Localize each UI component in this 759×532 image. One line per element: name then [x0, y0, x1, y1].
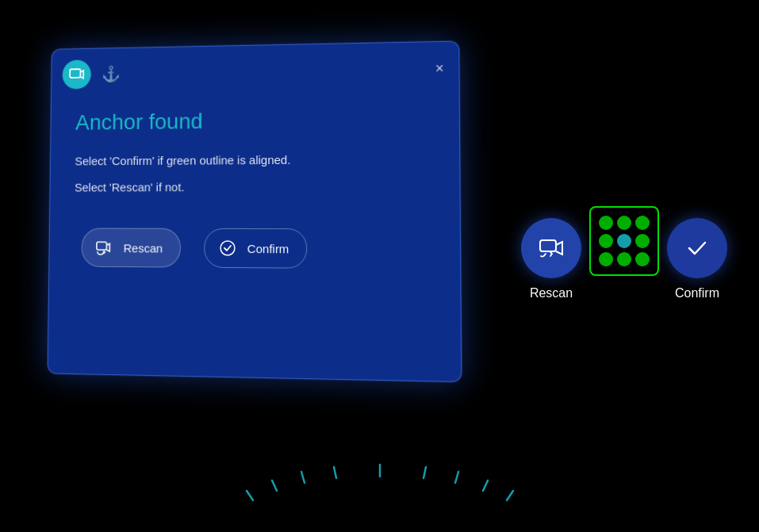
svg-rect-0: [70, 69, 80, 78]
grid-dot-9: [635, 252, 650, 266]
dialog-title: Anchor found: [75, 106, 433, 136]
svg-line-10: [455, 472, 458, 483]
anchor-grid-icon: [589, 206, 659, 276]
grid-dot-7: [599, 252, 613, 266]
rescan-label: Rescan: [530, 286, 573, 300]
svg-rect-3: [540, 240, 556, 251]
grid-dot-4: [599, 234, 613, 248]
svg-line-7: [334, 467, 336, 478]
rescan-icon: [93, 235, 116, 259]
dialog-title-bar: ⚓ ×: [52, 42, 458, 98]
grid-dot-2: [617, 216, 631, 230]
grid-dot-8: [617, 252, 631, 266]
dialog-message-1: Select 'Confirm' if green outline is ali…: [75, 150, 433, 171]
rescan-circle-button[interactable]: [521, 218, 581, 278]
dialog-buttons: Rescan Confirm: [74, 228, 434, 270]
rescan-control: Rescan: [521, 218, 581, 300]
svg-line-11: [483, 480, 488, 491]
rescan-button-dialog[interactable]: Rescan: [81, 228, 180, 268]
close-button[interactable]: ×: [435, 61, 444, 75]
dialog-body: Anchor found Select 'Confirm' if green o…: [49, 91, 460, 289]
right-controls: Rescan Confirm: [521, 206, 727, 312]
svg-line-5: [272, 480, 277, 491]
dialog-title-icons: ⚓: [62, 59, 121, 90]
confirm-check-icon: [216, 236, 240, 260]
svg-line-6: [301, 472, 305, 483]
svg-point-2: [220, 241, 235, 255]
confirm-control: Confirm: [667, 218, 727, 300]
grid-dot-center: [617, 234, 631, 248]
grid-dot-3: [635, 216, 650, 230]
grid-dot-6: [635, 234, 650, 248]
anchor-icon: ⚓: [102, 64, 121, 83]
confirm-circle-button[interactable]: [667, 218, 727, 278]
svg-line-9: [424, 467, 426, 478]
confirm-label: Confirm: [675, 286, 719, 300]
app-icon: [62, 59, 90, 89]
svg-line-12: [507, 491, 513, 500]
dialog-message-2: Select 'Rescan' if not.: [75, 177, 433, 197]
dialog-panel: ⚓ × Anchor found Select 'Confirm' if gre…: [48, 40, 462, 382]
grid-dot-1: [599, 216, 613, 230]
confirm-button-label: Confirm: [247, 242, 289, 255]
arc-decoration: [182, 405, 578, 508]
rescan-button-label: Rescan: [124, 241, 163, 255]
svg-rect-1: [97, 242, 107, 250]
svg-line-4: [247, 491, 253, 500]
confirm-button-dialog[interactable]: Confirm: [204, 228, 308, 269]
